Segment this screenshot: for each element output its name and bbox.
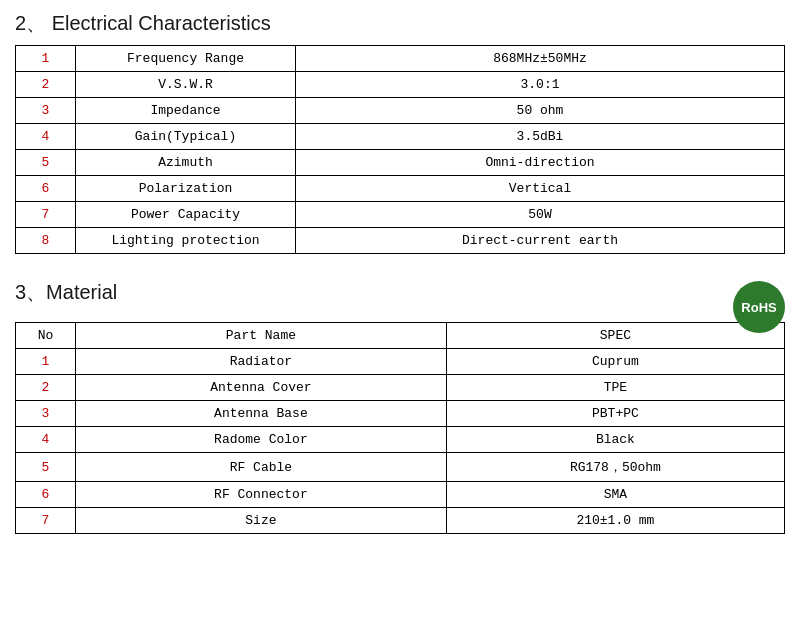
- mat-spec: Cuprum: [446, 349, 784, 375]
- elec-row-num: 7: [16, 202, 76, 228]
- material-section: 3、Material RoHS NoPart NameSPEC 1Radiato…: [15, 279, 785, 534]
- elec-param-name: Polarization: [76, 176, 296, 202]
- material-row: 5RF CableRG178，50ohm: [16, 453, 785, 482]
- mat-spec: 210±1.0 mm: [446, 508, 784, 534]
- mat-row-num: 2: [16, 375, 76, 401]
- mat-part-name: Antenna Base: [76, 401, 447, 427]
- elec-row-num: 1: [16, 46, 76, 72]
- material-title: 3、Material: [15, 279, 117, 306]
- electrical-row: 7Power Capacity50W: [16, 202, 785, 228]
- mat-row-num: 7: [16, 508, 76, 534]
- elec-param-value: 3.0:1: [296, 72, 785, 98]
- mat-part-name: Antenna Cover: [76, 375, 447, 401]
- elec-row-num: 3: [16, 98, 76, 124]
- mat-spec: PBT+PC: [446, 401, 784, 427]
- elec-param-name: Azimuth: [76, 150, 296, 176]
- elec-param-name: Impedance: [76, 98, 296, 124]
- elec-row-num: 4: [16, 124, 76, 150]
- elec-param-value: 50W: [296, 202, 785, 228]
- electrical-row: 1Frequency Range868MHz±50MHz: [16, 46, 785, 72]
- elec-param-value: Direct-current earth: [296, 228, 785, 254]
- electrical-section: 2、 Electrical Characteristics 1Frequency…: [15, 10, 785, 254]
- material-col-header: No: [16, 323, 76, 349]
- material-row: 7Size210±1.0 mm: [16, 508, 785, 534]
- material-row: 1RadiatorCuprum: [16, 349, 785, 375]
- material-row: 2Antenna CoverTPE: [16, 375, 785, 401]
- electrical-row: 6PolarizationVertical: [16, 176, 785, 202]
- material-header-row: NoPart NameSPEC: [16, 323, 785, 349]
- mat-spec: Black: [446, 427, 784, 453]
- elec-param-value: 50 ohm: [296, 98, 785, 124]
- electrical-table: 1Frequency Range868MHz±50MHz2V.S.W.R3.0:…: [15, 45, 785, 254]
- mat-spec: SMA: [446, 482, 784, 508]
- mat-part-name: Radome Color: [76, 427, 447, 453]
- electrical-row: 2V.S.W.R3.0:1: [16, 72, 785, 98]
- elec-row-num: 8: [16, 228, 76, 254]
- mat-row-num: 1: [16, 349, 76, 375]
- elec-param-name: V.S.W.R: [76, 72, 296, 98]
- electrical-title: 2、 Electrical Characteristics: [15, 10, 785, 37]
- material-header-row: 3、Material RoHS: [15, 279, 785, 314]
- electrical-row: 3Impedance50 ohm: [16, 98, 785, 124]
- elec-param-value: Vertical: [296, 176, 785, 202]
- mat-row-num: 4: [16, 427, 76, 453]
- elec-param-value: 868MHz±50MHz: [296, 46, 785, 72]
- mat-spec: RG178，50ohm: [446, 453, 784, 482]
- mat-row-num: 6: [16, 482, 76, 508]
- elec-param-name: Lighting protection: [76, 228, 296, 254]
- elec-row-num: 6: [16, 176, 76, 202]
- mat-part-name: Radiator: [76, 349, 447, 375]
- elec-param-name: Frequency Range: [76, 46, 296, 72]
- material-col-header: Part Name: [76, 323, 447, 349]
- elec-param-value: Omni-direction: [296, 150, 785, 176]
- elec-row-num: 5: [16, 150, 76, 176]
- mat-row-num: 5: [16, 453, 76, 482]
- elec-param-name: Gain(Typical): [76, 124, 296, 150]
- mat-spec: TPE: [446, 375, 784, 401]
- mat-part-name: RF Connector: [76, 482, 447, 508]
- elec-row-num: 2: [16, 72, 76, 98]
- material-row: 6RF ConnectorSMA: [16, 482, 785, 508]
- rohs-badge: RoHS: [733, 281, 785, 333]
- material-col-header: SPEC: [446, 323, 784, 349]
- material-row: 3Antenna BasePBT+PC: [16, 401, 785, 427]
- mat-row-num: 3: [16, 401, 76, 427]
- electrical-row: 4Gain(Typical)3.5dBi: [16, 124, 785, 150]
- elec-param-name: Power Capacity: [76, 202, 296, 228]
- material-row: 4Radome ColorBlack: [16, 427, 785, 453]
- mat-part-name: RF Cable: [76, 453, 447, 482]
- material-table: NoPart NameSPEC 1RadiatorCuprum2Antenna …: [15, 322, 785, 534]
- electrical-row: 5AzimuthOmni-direction: [16, 150, 785, 176]
- mat-part-name: Size: [76, 508, 447, 534]
- electrical-row: 8Lighting protectionDirect-current earth: [16, 228, 785, 254]
- elec-param-value: 3.5dBi: [296, 124, 785, 150]
